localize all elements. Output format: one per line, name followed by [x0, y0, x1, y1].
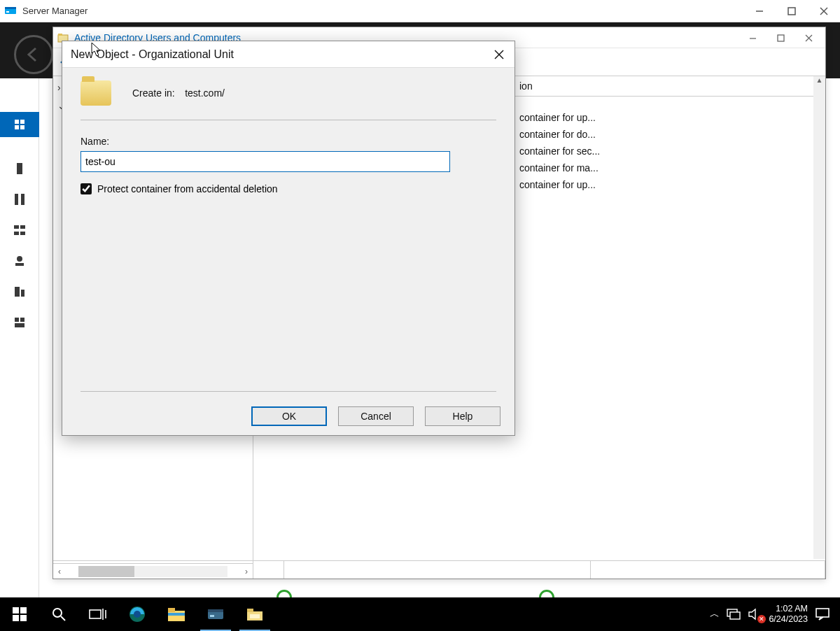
- help-button[interactable]: Help: [425, 406, 500, 426]
- task-view-button[interactable]: [78, 597, 118, 631]
- svg-rect-55: [730, 612, 740, 619]
- svg-rect-9: [20, 120, 24, 124]
- server-manager-left-nav: [0, 78, 39, 597]
- dialog-separator: [80, 391, 496, 392]
- svg-rect-17: [14, 232, 19, 235]
- clock-time: 1:02 AM: [769, 604, 808, 614]
- svg-rect-12: [17, 163, 22, 174]
- close-button[interactable]: [808, 0, 840, 22]
- svg-rect-46: [168, 608, 175, 612]
- name-field: Name:: [80, 136, 496, 172]
- svg-rect-20: [15, 263, 24, 266]
- dialog-titlebar[interactable]: New Object - Organizational Unit: [62, 41, 514, 68]
- nav-all-servers-icon[interactable]: [12, 192, 27, 207]
- create-in-label: Create in:: [132, 87, 175, 99]
- nav-file-icon[interactable]: [12, 284, 27, 299]
- svg-rect-40: [90, 610, 101, 618]
- aduc-statusbar: [53, 560, 825, 579]
- volume-muted-icon[interactable]: ✕: [748, 608, 762, 621]
- aduc-maximize-button[interactable]: [766, 27, 794, 48]
- svg-rect-27: [58, 34, 62, 36]
- nav-adds-icon[interactable]: [12, 222, 27, 238]
- maximize-button[interactable]: [776, 0, 808, 22]
- svg-rect-52: [247, 609, 253, 612]
- svg-rect-10: [15, 125, 19, 129]
- new-ou-dialog: New Object - Organizational Unit Create …: [62, 41, 515, 436]
- nav-dns-icon[interactable]: [12, 253, 27, 269]
- protect-checkbox-row[interactable]: Protect container from accidental deleti…: [80, 183, 496, 194]
- svg-rect-11: [20, 125, 24, 129]
- name-label: Name:: [80, 136, 496, 147]
- svg-rect-29: [778, 35, 784, 41]
- svg-rect-49: [208, 609, 223, 612]
- system-tray: ︿ ✕ 1:02 AM 6/24/2023: [710, 604, 840, 625]
- svg-rect-16: [20, 225, 25, 229]
- taskbar-explorer-icon[interactable]: [157, 597, 196, 631]
- action-center-icon[interactable]: [815, 607, 830, 621]
- server-manager-icon: [4, 5, 17, 17]
- svg-rect-37: [20, 615, 27, 621]
- tray-overflow-icon[interactable]: ︿: [710, 608, 720, 621]
- svg-rect-34: [13, 607, 19, 614]
- aduc-minimize-button[interactable]: [738, 27, 766, 48]
- svg-rect-50: [210, 615, 214, 617]
- start-button[interactable]: [0, 597, 39, 631]
- svg-rect-2: [6, 11, 9, 13]
- svg-rect-8: [15, 120, 19, 124]
- nav-dashboard-icon[interactable]: [0, 112, 39, 137]
- svg-rect-21: [15, 287, 20, 297]
- server-manager-window-buttons: [743, 0, 840, 22]
- network-icon[interactable]: [727, 608, 741, 621]
- svg-point-44: [134, 611, 141, 618]
- clock-date: 6/24/2023: [769, 614, 808, 625]
- taskbar-aduc-icon[interactable]: [235, 597, 274, 631]
- svg-rect-15: [14, 225, 19, 229]
- search-button[interactable]: [39, 597, 78, 631]
- protect-checkbox-label: Protect container from accidental deleti…: [97, 183, 278, 194]
- taskbar-edge-icon[interactable]: [118, 597, 157, 631]
- name-input[interactable]: [80, 151, 450, 172]
- aduc-vertical-scrollbar[interactable]: [813, 76, 825, 559]
- svg-rect-25: [15, 323, 24, 327]
- dialog-body: Create in: test.com/ Name: Protect conta…: [62, 68, 514, 397]
- aduc-window-buttons: [738, 27, 822, 48]
- svg-rect-22: [21, 290, 24, 297]
- svg-rect-14: [21, 194, 24, 205]
- server-manager-title: Server Manager: [22, 6, 88, 16]
- svg-line-39: [61, 616, 65, 621]
- svg-rect-53: [250, 614, 260, 618]
- ok-button[interactable]: OK: [251, 406, 327, 426]
- aduc-close-button[interactable]: [794, 27, 822, 48]
- back-button[interactable]: [14, 35, 53, 74]
- taskbar-clock[interactable]: 1:02 AM 6/24/2023: [769, 604, 808, 625]
- nav-role-icon[interactable]: [12, 315, 27, 330]
- svg-point-19: [17, 256, 22, 262]
- svg-rect-4: [788, 8, 795, 15]
- svg-rect-13: [15, 194, 18, 205]
- svg-point-38: [53, 609, 62, 617]
- taskbar: ︿ ✕ 1:02 AM 6/24/2023: [0, 597, 840, 631]
- svg-rect-23: [15, 318, 19, 322]
- dialog-header: Create in: test.com/: [80, 80, 496, 120]
- svg-rect-24: [20, 318, 24, 322]
- dialog-button-row: OK Cancel Help: [62, 397, 514, 435]
- ou-folder-icon: [80, 80, 111, 106]
- dialog-title-text: New Object - Organizational Unit: [71, 48, 234, 61]
- minimize-button[interactable]: [743, 0, 776, 22]
- nav-local-server-icon[interactable]: [12, 161, 27, 176]
- create-in-path: test.com/: [185, 87, 225, 99]
- taskbar-server-manager-icon[interactable]: [196, 597, 235, 631]
- dialog-close-button[interactable]: [489, 45, 509, 64]
- svg-rect-35: [20, 607, 27, 614]
- svg-rect-56: [816, 609, 829, 617]
- svg-rect-18: [20, 232, 25, 235]
- svg-rect-36: [13, 615, 19, 621]
- svg-rect-47: [168, 613, 185, 616]
- protect-checkbox[interactable]: [80, 183, 92, 194]
- server-manager-titlebar: Server Manager: [0, 0, 840, 22]
- svg-rect-45: [168, 611, 185, 621]
- svg-rect-1: [5, 7, 16, 9]
- cancel-button[interactable]: Cancel: [338, 406, 414, 426]
